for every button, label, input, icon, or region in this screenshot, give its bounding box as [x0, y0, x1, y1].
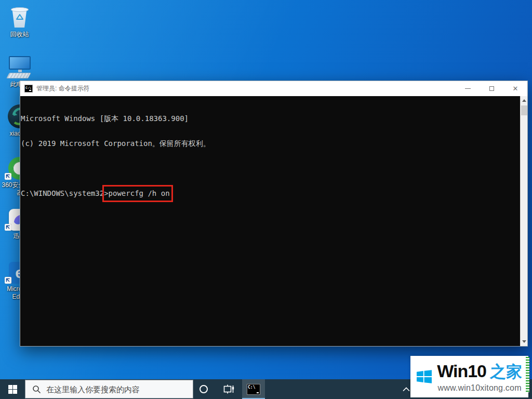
console-scrollbar[interactable] — [520, 96, 527, 346]
console-line-copyright: (c) 2019 Microsoft Corporation。保留所有权利。 — [21, 139, 520, 148]
minimize-button[interactable] — [456, 81, 480, 96]
win10-home-watermark: Win10之家 www.win10xitong.com — [410, 356, 528, 397]
highlighted-command: >powercfg /h on — [104, 189, 169, 197]
windows-flag-icon — [417, 363, 432, 391]
scroll-down-button[interactable] — [521, 337, 528, 346]
scrollbar-thumb[interactable] — [521, 105, 527, 115]
prompt-path: C:\WINDOWS\system32 — [21, 189, 104, 197]
shortcut-arrow-icon — [5, 277, 11, 284]
task-view-icon — [223, 384, 234, 394]
minimize-icon — [465, 88, 471, 89]
scroll-up-icon — [522, 99, 526, 102]
search-icon — [32, 385, 41, 394]
close-button[interactable]: ✕ — [503, 81, 527, 96]
watermark-url: www.win10xitong.com — [437, 383, 522, 393]
chevron-up-icon — [402, 387, 410, 392]
maximize-button[interactable] — [480, 81, 503, 96]
watermark-title: Win10之家 — [437, 361, 522, 383]
watermark-title-zhijia: 之家 — [490, 363, 522, 381]
maximize-icon — [489, 86, 494, 91]
cmd-taskbar-button[interactable] — [242, 379, 265, 399]
cmd-app-icon — [24, 85, 33, 92]
desktop-icon-recycle-bin[interactable]: 回收站 — [0, 5, 39, 38]
cortana-icon — [200, 385, 208, 393]
scroll-up-button[interactable] — [521, 96, 528, 105]
task-view-button[interactable] — [218, 379, 239, 399]
console-line-prompt: C:\WINDOWS\system32>powercfg /h on — [21, 189, 520, 197]
cmd-window: 管理员: 命令提示符 ✕ Microsoft Windows [版本 10.0.… — [20, 81, 528, 347]
green-stripes-decoration — [526, 357, 529, 392]
search-input[interactable] — [46, 385, 187, 394]
scroll-down-icon — [522, 340, 526, 343]
cmd-titlebar[interactable]: 管理员: 命令提示符 ✕ — [20, 81, 527, 96]
cmd-taskbar-icon — [247, 384, 260, 395]
recycle-bin-label: 回收站 — [0, 31, 39, 38]
taskbar-search[interactable] — [25, 380, 193, 398]
console-output[interactable]: Microsoft Windows [版本 10.0.18363.900] (c… — [20, 96, 520, 346]
watermark-title-win10: Win10 — [437, 361, 486, 381]
console-line-version: Microsoft Windows [版本 10.0.18363.900] — [21, 114, 520, 123]
windows-logo-icon — [8, 385, 17, 394]
start-button[interactable] — [0, 379, 25, 399]
shortcut-arrow-icon — [5, 224, 11, 231]
shortcut-arrow-icon — [5, 173, 11, 180]
console-line-blank — [21, 164, 520, 172]
cortana-button[interactable] — [193, 379, 214, 399]
recycle-symbol-icon — [16, 14, 24, 21]
this-pc-icon — [0, 55, 39, 79]
window-title: 管理员: 命令提示符 — [36, 84, 90, 93]
recycle-bin-icon — [0, 5, 39, 29]
close-icon: ✕ — [513, 85, 518, 92]
